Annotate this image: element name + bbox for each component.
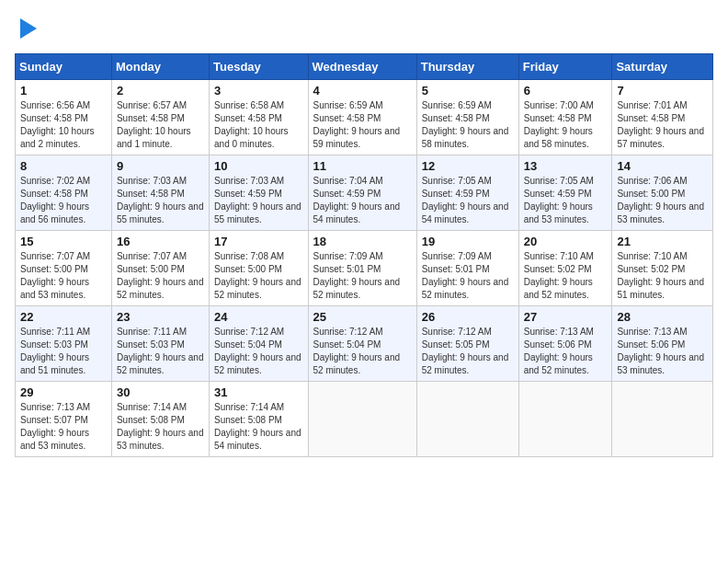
day-info: Sunrise: 7:05 AM Sunset: 4:59 PM Dayligh… [524,175,608,226]
day-number: 31 [214,385,302,399]
sunrise-info: Sunrise: 6:58 AM [214,100,284,110]
logo-arrow-icon [20,18,37,42]
day-number: 1 [20,84,107,98]
day-number: 2 [117,84,204,98]
sunrise-info: Sunrise: 7:08 AM [214,251,284,261]
day-cell [308,382,416,457]
sunrise-info: Sunrise: 7:02 AM [20,176,90,186]
daylight-info: Daylight: 9 hours and 52 minutes. [117,352,204,375]
day-number: 20 [524,235,608,248]
day-number: 15 [20,235,107,248]
day-info: Sunrise: 7:12 AM Sunset: 5:05 PM Dayligh… [422,326,514,377]
day-number: 6 [524,84,608,98]
day-info: Sunrise: 6:57 AM Sunset: 4:58 PM Dayligh… [117,99,204,151]
sunset-info: Sunset: 4:58 PM [117,189,185,199]
day-info: Sunrise: 7:03 AM Sunset: 4:59 PM Dayligh… [214,175,302,226]
sunset-info: Sunset: 5:00 PM [117,264,185,274]
col-header-thursday: Thursday [416,54,518,80]
daylight-info: Daylight: 9 hours and 53 minutes. [20,428,89,451]
daylight-info: Daylight: 9 hours and 53 minutes. [524,201,593,224]
sunrise-info: Sunrise: 6:59 AM [422,100,492,110]
daylight-info: Daylight: 9 hours and 52 minutes. [422,277,509,300]
sunrise-info: Sunrise: 6:59 AM [313,100,383,110]
day-cell: 28 Sunrise: 7:13 AM Sunset: 5:06 PM Dayl… [612,306,713,382]
sunrise-info: Sunrise: 7:12 AM [313,327,383,337]
daylight-info: Daylight: 10 hours and 0 minutes. [214,126,289,149]
day-info: Sunrise: 7:00 AM Sunset: 4:58 PM Dayligh… [524,99,608,151]
daylight-info: Daylight: 9 hours and 53 minutes. [617,201,704,224]
day-number: 18 [313,235,412,248]
sunset-info: Sunset: 4:58 PM [313,113,381,123]
day-number: 5 [422,84,514,98]
sunrise-info: Sunrise: 7:13 AM [20,402,90,412]
day-cell: 19 Sunrise: 7:09 AM Sunset: 5:01 PM Dayl… [416,231,518,306]
calendar-table: SundayMondayTuesdayWednesdayThursdayFrid… [15,53,713,457]
day-info: Sunrise: 7:08 AM Sunset: 5:00 PM Dayligh… [214,250,302,302]
sunrise-info: Sunrise: 7:00 AM [524,100,594,110]
sunset-info: Sunset: 5:01 PM [313,264,381,274]
day-info: Sunrise: 7:10 AM Sunset: 5:02 PM Dayligh… [524,250,608,302]
daylight-info: Daylight: 9 hours and 51 minutes. [20,352,89,375]
day-cell: 31 Sunrise: 7:14 AM Sunset: 5:08 PM Dayl… [210,382,308,457]
day-number: 13 [524,159,608,173]
day-cell: 9 Sunrise: 7:03 AM Sunset: 4:58 PM Dayli… [111,155,209,231]
day-cell: 27 Sunrise: 7:13 AM Sunset: 5:06 PM Dayl… [518,306,612,382]
sunset-info: Sunset: 5:00 PM [214,264,282,274]
day-info: Sunrise: 7:14 AM Sunset: 5:08 PM Dayligh… [117,401,204,453]
daylight-info: Daylight: 9 hours and 53 minutes. [20,277,89,300]
logo [15,15,37,42]
day-info: Sunrise: 6:59 AM Sunset: 4:58 PM Dayligh… [422,99,514,151]
sunset-info: Sunset: 5:02 PM [524,264,592,274]
sunrise-info: Sunrise: 7:06 AM [617,176,687,186]
day-cell: 24 Sunrise: 7:12 AM Sunset: 5:04 PM Dayl… [210,306,308,382]
daylight-info: Daylight: 9 hours and 56 minutes. [20,201,89,224]
day-number: 16 [117,235,204,248]
daylight-info: Daylight: 9 hours and 53 minutes. [617,352,704,375]
day-cell: 25 Sunrise: 7:12 AM Sunset: 5:04 PM Dayl… [308,306,416,382]
sunset-info: Sunset: 5:04 PM [313,339,381,350]
sunrise-info: Sunrise: 6:57 AM [117,100,187,110]
day-cell: 15 Sunrise: 7:07 AM Sunset: 5:00 PM Dayl… [16,231,112,306]
sunset-info: Sunset: 4:58 PM [117,113,185,123]
daylight-info: Daylight: 9 hours and 52 minutes. [214,277,301,300]
sunset-info: Sunset: 4:58 PM [214,113,282,123]
daylight-info: Daylight: 9 hours and 52 minutes. [524,277,593,300]
sunrise-info: Sunrise: 7:14 AM [214,402,284,412]
daylight-info: Daylight: 9 hours and 54 minutes. [422,201,509,224]
day-cell: 23 Sunrise: 7:11 AM Sunset: 5:03 PM Dayl… [111,306,209,382]
daylight-info: Daylight: 9 hours and 53 minutes. [117,428,204,451]
day-number: 29 [20,385,107,399]
day-info: Sunrise: 7:06 AM Sunset: 5:00 PM Dayligh… [617,175,708,226]
day-number: 19 [422,235,514,248]
daylight-info: Daylight: 9 hours and 52 minutes. [422,352,509,375]
day-number: 27 [524,310,608,324]
daylight-info: Daylight: 9 hours and 59 minutes. [313,126,401,149]
sunset-info: Sunset: 5:08 PM [214,415,282,425]
daylight-info: Daylight: 9 hours and 58 minutes. [524,126,593,149]
sunset-info: Sunset: 5:04 PM [214,339,282,350]
day-number: 21 [617,235,708,248]
col-header-wednesday: Wednesday [308,54,416,80]
sunrise-info: Sunrise: 7:12 AM [422,327,492,337]
day-number: 30 [117,385,204,399]
sunset-info: Sunset: 5:02 PM [617,264,685,274]
daylight-info: Daylight: 9 hours and 54 minutes. [214,428,301,451]
day-cell [612,382,713,457]
day-info: Sunrise: 7:13 AM Sunset: 5:06 PM Dayligh… [617,326,708,377]
sunset-info: Sunset: 4:59 PM [313,189,381,199]
day-info: Sunrise: 7:02 AM Sunset: 4:58 PM Dayligh… [20,175,107,226]
day-cell: 13 Sunrise: 7:05 AM Sunset: 4:59 PM Dayl… [518,155,612,231]
day-number: 24 [214,310,302,324]
day-cell: 14 Sunrise: 7:06 AM Sunset: 5:00 PM Dayl… [612,155,713,231]
day-info: Sunrise: 7:12 AM Sunset: 5:04 PM Dayligh… [313,326,412,377]
daylight-info: Daylight: 10 hours and 1 minute. [117,126,191,149]
day-info: Sunrise: 7:01 AM Sunset: 4:58 PM Dayligh… [617,99,708,151]
sunrise-info: Sunrise: 7:03 AM [214,176,284,186]
day-info: Sunrise: 6:59 AM Sunset: 4:58 PM Dayligh… [313,99,412,151]
day-info: Sunrise: 7:07 AM Sunset: 5:00 PM Dayligh… [20,250,107,302]
day-number: 23 [117,310,204,324]
day-cell: 1 Sunrise: 6:56 AM Sunset: 4:58 PM Dayli… [16,80,112,155]
col-header-sunday: Sunday [16,54,112,80]
daylight-info: Daylight: 9 hours and 55 minutes. [214,201,301,224]
day-cell: 16 Sunrise: 7:07 AM Sunset: 5:00 PM Dayl… [111,231,209,306]
